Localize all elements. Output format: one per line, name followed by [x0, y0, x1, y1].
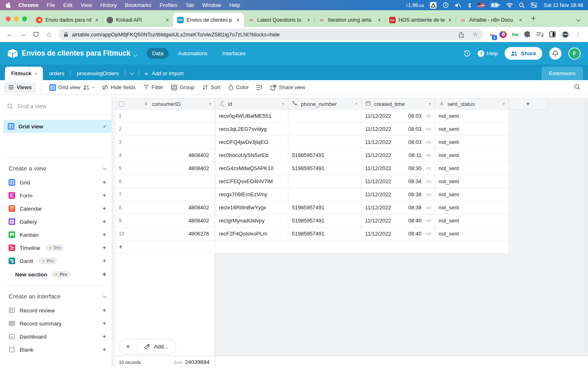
home-button[interactable]: ⌂	[43, 29, 55, 40]
tab-close-icon[interactable]: ×	[448, 17, 452, 23]
browser-tab-7[interactable]: ∞Airtable - n8n Docu×	[456, 13, 526, 27]
cell-id[interactable]: reclx16RI8nBwYygx	[215, 201, 288, 214]
cell-phone-number[interactable]: 51985957491	[288, 162, 361, 175]
grid-view-caret-icon[interactable]: ▾	[92, 85, 94, 90]
cell-consumerid[interactable]: 94808402	[115, 214, 215, 227]
cell-created-time[interactable]: 11/12/202208:40-03	[361, 227, 435, 240]
browser-tab-2[interactable]: Kiskadi API×	[102, 13, 173, 27]
maximize-window-button[interactable]	[22, 16, 27, 21]
grid-scrollbar[interactable]	[585, 99, 587, 352]
cell-created-time[interactable]: 11/12/202208:30-03	[361, 162, 435, 175]
cell-id[interactable]: recDFQ4jwDv3jIqEO	[215, 136, 288, 149]
menu-item-bookmarks[interactable]: Bookmarks	[121, 2, 156, 8]
add-view-icon[interactable]: +	[102, 179, 106, 186]
group-button[interactable]: Group	[168, 82, 198, 93]
browser-tab-1[interactable]: ◀Envio dados para n8×	[32, 13, 102, 27]
column-header-id[interactable]: ƒx id ▾	[215, 98, 288, 110]
menu-item-chrome[interactable]: Chrome	[14, 2, 42, 8]
browser-tab-5[interactable]: ∞Iteration using airta×	[314, 13, 385, 27]
cell-sent-status[interactable]: not_sent	[435, 110, 509, 123]
base-title-chevron-icon[interactable]	[134, 50, 137, 58]
sidebar-view-kanban[interactable]: Kanban+	[0, 228, 115, 241]
airtable-logo[interactable]	[7, 49, 18, 58]
table-list-chevron-icon[interactable]	[125, 67, 139, 80]
nav-tab-interfaces[interactable]: Interfaces	[217, 48, 251, 59]
cell-consumerid[interactable]: 2	[115, 123, 215, 136]
cell-consumerid[interactable]: 3	[115, 136, 215, 149]
sidebar-interface-record-review[interactable]: Record review+	[0, 304, 115, 317]
add-interface-icon[interactable]: +	[102, 307, 106, 314]
cell-created-time[interactable]: 11/12/202208:03-03	[361, 123, 435, 136]
menu-item-edit[interactable]: Edit	[59, 2, 76, 8]
add-view-icon[interactable]: +	[102, 218, 106, 225]
bw-extension-icon[interactable]: bw	[512, 32, 519, 37]
tab-close-icon[interactable]: ×	[236, 17, 241, 23]
sidebar-view-gallery[interactable]: Gallery+	[0, 215, 115, 228]
user-avatar[interactable]: F	[568, 47, 581, 60]
add-view-icon[interactable]: +	[102, 205, 106, 212]
add-record-cell[interactable]: +	[115, 240, 215, 253]
cell-sent-status[interactable]: not_sent	[435, 201, 509, 214]
sidebar-view-timeline[interactable]: Timeline✦Pro+	[0, 241, 115, 254]
playlist-extension-icon[interactable]	[536, 31, 544, 37]
minimize-window-button[interactable]	[14, 16, 19, 21]
cell-id[interactable]: recF2F4QolslxoPLm	[215, 227, 288, 240]
cell-consumerid[interactable]: 44808402	[115, 149, 215, 162]
share-button[interactable]: Share	[505, 47, 542, 60]
new-section-item[interactable]: New section✦Pro+	[0, 267, 115, 281]
cell-phone-number[interactable]	[288, 110, 361, 123]
cell-created-time[interactable]: 11/12/202208:38-03	[361, 188, 435, 201]
cell-phone-number[interactable]	[288, 188, 361, 201]
help-button[interactable]: ?Help	[478, 50, 498, 57]
base-title[interactable]: Envios de clientes para Fitmuck	[22, 49, 130, 58]
menu-item-view[interactable]: View	[76, 2, 96, 8]
control-center-icon[interactable]	[531, 2, 537, 8]
cell-sent-status[interactable]: not_sent	[435, 149, 509, 162]
browser-tab-4[interactable]: ∞Latest Questions to×	[244, 13, 314, 27]
add-record-button[interactable]: +	[119, 339, 138, 354]
sidebar-interface-record-summary[interactable]: Record summary+	[0, 317, 115, 330]
cell-consumerid[interactable]: 6	[115, 175, 215, 188]
menu-item-help[interactable]: Help	[225, 2, 245, 8]
column-header-created-time[interactable]: created_time ▾	[361, 98, 435, 110]
apple-icon[interactable]	[5, 2, 14, 8]
spotlight-search-icon[interactable]	[519, 2, 525, 8]
column-header-consumerid[interactable]: # consumerID ▾	[115, 98, 215, 110]
sidebar-view-calendar[interactable]: Calendar+	[0, 202, 115, 215]
url-text[interactable]: airtable.com/appOpM9jFKQ50NTsz/tbldgwilJ…	[72, 31, 452, 38]
tab-close-icon[interactable]: ×	[165, 17, 170, 23]
cell-sent-status[interactable]: not_sent	[435, 214, 509, 227]
sidebar-interface-blank[interactable]: Blank+	[0, 343, 115, 356]
cell-created-time[interactable]: 11/12/202208:38-03	[361, 201, 435, 214]
add-view-icon[interactable]: +	[102, 257, 106, 265]
add-interface-icon[interactable]: +	[102, 320, 106, 327]
sidebar-interface-dashboard[interactable]: Dashboard+	[0, 330, 115, 343]
browser-tab-3[interactable]: EnEnvios de clientes p×	[173, 13, 244, 27]
cell-phone-number[interactable]: 51985957491	[288, 214, 361, 227]
cell-id[interactable]: recIgrMynadUldvpy	[215, 214, 288, 227]
menu-item-file[interactable]: File	[42, 2, 59, 8]
browser-tab-6[interactable]: hosHOS ambiente de te×	[385, 13, 456, 27]
add-from-template-button[interactable]: Add...	[138, 343, 176, 350]
cell-created-time[interactable]: 11/12/202208:11-03	[361, 149, 435, 162]
cell-consumerid[interactable]: 84808402	[115, 201, 215, 214]
app-tray-icon[interactable]	[430, 2, 437, 9]
cell-created-time[interactable]: 11/12/202208:03-03	[361, 110, 435, 123]
bluetooth-icon[interactable]	[468, 2, 472, 8]
table-menu-caret-icon[interactable]: ▾	[35, 72, 37, 76]
tab-search-chevron-icon[interactable]	[577, 15, 584, 22]
cell-phone-number[interactable]: 51985957491	[288, 201, 361, 214]
column-header-sent-status[interactable]: A sent_status ▾	[435, 98, 509, 110]
tab-close-icon[interactable]: ×	[377, 17, 382, 23]
create-view-section-header[interactable]: Create a view	[0, 158, 115, 176]
add-interface-icon[interactable]: +	[102, 333, 106, 340]
add-view-icon[interactable]: +	[102, 244, 106, 251]
sidebar-item-grid-view[interactable]: Grid view ✓	[3, 120, 111, 133]
column-header-phone-number[interactable]: phone_number ▾	[288, 98, 361, 110]
add-view-icon[interactable]: +	[102, 231, 106, 238]
menu-item-profiles[interactable]: Profiles	[156, 2, 181, 8]
tab-close-icon[interactable]: ×	[306, 17, 311, 23]
cell-sent-status[interactable]: not_sent	[435, 227, 509, 240]
memory-usage[interactable]: ↕1,96GB	[405, 2, 424, 8]
sidebar-scrollbar[interactable]	[111, 96, 114, 366]
